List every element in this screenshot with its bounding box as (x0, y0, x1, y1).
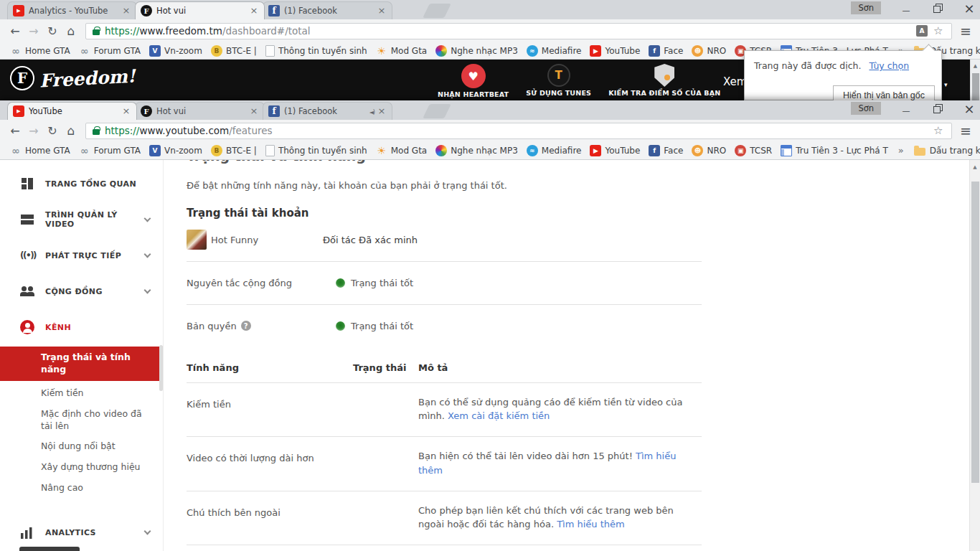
bookmark-item[interactable]: Nghe nhạc MP3 (431, 44, 522, 58)
feature-link[interactable]: Xem cài đặt kiếm tiền (448, 410, 550, 421)
home-button[interactable]: ⌂ (62, 123, 80, 138)
sidebar-scrollbar-thumb[interactable] (159, 345, 163, 391)
feature-link[interactable]: Tìm hiểu thêm (557, 519, 625, 529)
close-button[interactable] (963, 1, 976, 14)
column-header-desc: Mô tả (418, 362, 448, 373)
scrollbar-thumb[interactable] (971, 182, 979, 483)
bookmark-item[interactable]: ☀ Mod Gta (372, 44, 431, 58)
table-row: Video có thời lượng dài hơn Bạn hiện có … (187, 436, 702, 490)
freedom-nav-item[interactable]: NHẬN HEARTBEAT (438, 60, 509, 98)
bookmark-item[interactable]: ☻ NRO (687, 143, 730, 158)
reload-button[interactable]: ↻ (43, 124, 62, 138)
bookmark-item[interactable]: ☀ Mod Gta (372, 143, 431, 158)
bookmark-item[interactable]: V Vn-zoom (145, 143, 207, 158)
reload-button[interactable]: ↻ (43, 24, 62, 38)
freedom-nav-item[interactable]: SỬ DỤNG TUNES (526, 60, 591, 97)
page-scrollbar[interactable] (969, 160, 980, 551)
browser-tab[interactable]: (1) Facebook (263, 1, 392, 19)
bookmark-item[interactable]: ▣ TCSR (730, 143, 776, 158)
other-bookmarks[interactable]: Dấu trang khác (910, 144, 980, 157)
bookmark-item[interactable]: ∞ Home GTA (6, 44, 75, 58)
bookmark-item[interactable]: ▶ YouTube (585, 143, 644, 158)
browser-tab[interactable]: Hot vui (135, 1, 265, 19)
ssl-lock-icon[interactable] (93, 29, 100, 35)
translate-options-link[interactable]: Tùy chọn (869, 60, 909, 71)
avatar[interactable] (187, 230, 207, 250)
bookmark-item[interactable]: Tru Tiên 3 - Lực Phá T (776, 143, 892, 158)
scroll-up-icon[interactable] (971, 60, 980, 69)
scroll-up-icon[interactable] (970, 160, 980, 170)
sidebar-item[interactable]: CỘNG ĐỒNG (0, 273, 163, 309)
restore-button[interactable] (931, 1, 944, 14)
back-button[interactable]: ← (6, 124, 24, 138)
bookmark-item[interactable]: Nghe nhạc MP3 (431, 143, 522, 158)
browser-window-top: Sơn Analytics - YouTube Hot vui (1) (0, 0, 980, 100)
minimize-button[interactable] (900, 102, 913, 115)
bookmark-item[interactable]: B BTC-E | (207, 143, 261, 158)
status-row: Bản quyền Trạng thái tốt (187, 304, 702, 347)
bookmark-item[interactable]: ≈ Mediafire (522, 44, 586, 58)
bookmark-item[interactable]: ∞ Forum GTA (75, 143, 145, 158)
tab-close-icon[interactable] (249, 106, 259, 116)
sidebar-item[interactable]: TRÌNH QUẢN LÝ VIDEO (0, 202, 163, 237)
table-row: Hình thu nhỏ tùy chỉnh Chọn hình thu nhỏ… (187, 545, 702, 551)
bookmark-favicon: B (211, 145, 222, 156)
ssl-lock-icon[interactable] (93, 129, 100, 135)
bookmark-item[interactable]: ≈ Mediafire (522, 143, 586, 158)
browser-tab[interactable]: Hot vui (135, 102, 265, 120)
bookmark-label: YouTube (605, 46, 640, 56)
tab-close-icon[interactable] (249, 6, 259, 16)
forward-button[interactable]: → (24, 24, 43, 38)
browser-tab[interactable]: Analytics - YouTube (7, 1, 137, 19)
sidebar-subitem[interactable]: Nội dung nổi bật (0, 436, 163, 457)
back-button[interactable]: ← (6, 24, 24, 38)
sidebar-item-label: KÊNH (45, 323, 71, 332)
sidebar-item[interactable]: PHÁT TRỰC TIẾP (0, 237, 163, 273)
bookmark-item[interactable]: Thông tin tuyển sinh (261, 143, 372, 158)
bookmark-item[interactable]: ∞ Forum GTA (75, 44, 145, 58)
scrollbar-thumb[interactable] (972, 73, 979, 100)
restore-button[interactable] (931, 102, 944, 115)
browser-toolbar: ← → ↻ ⌂ https://www.freedom.tm/dashboard… (0, 19, 980, 42)
browser-tab[interactable]: YouTube (7, 102, 137, 120)
sidebar-subitem[interactable]: Nâng cao (0, 478, 163, 499)
sidebar-item[interactable]: ANALYTICS (0, 514, 163, 550)
bookmark-item[interactable]: f Face (644, 143, 687, 158)
minimize-button[interactable] (900, 1, 913, 14)
tab-close-icon[interactable] (121, 6, 131, 16)
sidebar-subitem[interactable]: Trạng thái và tính năng (0, 347, 163, 381)
tab-close-icon[interactable] (121, 106, 131, 116)
address-bar[interactable]: https://www.freedom.tm/dashboard#/total (85, 23, 952, 39)
bookmark-item[interactable]: ▶ YouTube (585, 44, 644, 58)
home-button[interactable]: ⌂ (62, 24, 80, 38)
forward-button[interactable]: → (24, 124, 43, 138)
freedom-nav-item[interactable]: KIỂM TRA ĐIỂM SỐ CỦA BẠN (608, 60, 720, 97)
bookmark-star-icon[interactable] (933, 24, 945, 37)
translate-icon[interactable] (916, 25, 928, 37)
bookmark-favicon: f (649, 45, 660, 57)
sidebar-subitem[interactable]: Kiếm tiền (0, 383, 163, 404)
bookmark-item[interactable]: B BTC-E | (207, 44, 261, 58)
tab-close-icon[interactable] (377, 106, 387, 116)
browser-menu-icon[interactable] (957, 123, 974, 138)
bookmark-item[interactable]: f Face (644, 44, 687, 58)
browser-menu-icon[interactable] (957, 23, 974, 39)
bookmark-label: Mod Gta (391, 146, 427, 156)
close-button[interactable] (963, 102, 976, 115)
address-bar[interactable]: https://www.youtube.com/features (85, 123, 952, 139)
sidebar-item[interactable]: TRANG TỔNG QUAN (0, 166, 163, 202)
bookmark-item[interactable]: Thông tin tuyển sinh (261, 44, 372, 58)
sidebar-subitem[interactable]: Xây dựng thương hiệu (0, 457, 163, 478)
bookmark-item[interactable]: ☻ NRO (687, 44, 730, 58)
freedom-logo[interactable]: F Freedom! (10, 66, 136, 90)
sidebar-item[interactable]: KÊNH (0, 309, 163, 345)
sidebar-subitem[interactable]: Mặc định cho video đã tải lên (0, 404, 163, 437)
bookmark-item[interactable]: V Vn-zoom (145, 44, 207, 58)
browser-tab[interactable]: (1) Facebook (263, 102, 392, 120)
bookmark-item[interactable]: ∞ Home GTA (6, 143, 75, 158)
help-icon[interactable] (241, 321, 251, 331)
bookmarks-overflow-icon[interactable] (892, 145, 910, 156)
page-scrollbar-top[interactable] (970, 60, 980, 100)
bookmark-star-icon[interactable] (933, 124, 945, 137)
tab-close-icon[interactable] (377, 6, 387, 16)
